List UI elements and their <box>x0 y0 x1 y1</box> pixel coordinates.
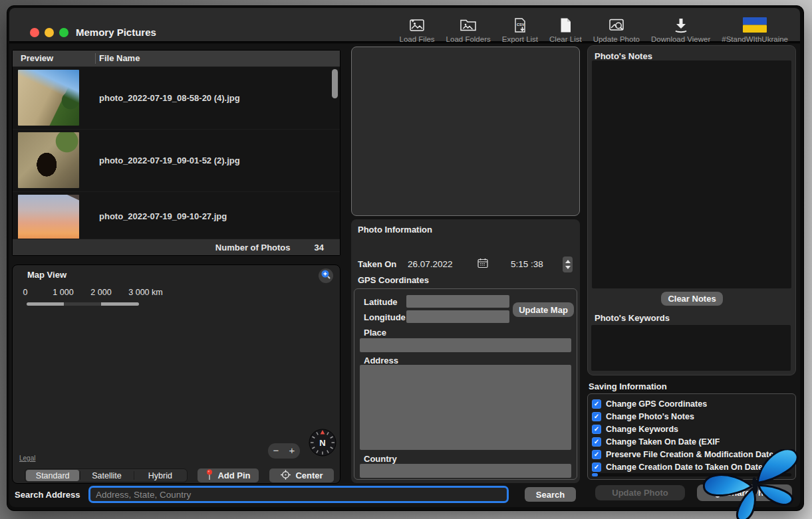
map-mode-satellite[interactable]: Satellite <box>80 469 133 482</box>
photo-thumbnail <box>18 195 79 241</box>
checkbox-row[interactable]: Change Creation Date to Taken On Date <box>592 462 793 472</box>
checkbox-row[interactable]: Change Taken On Date (EXIF <box>592 437 793 447</box>
table-footer: Number of Photos 34 <box>13 239 340 255</box>
column-separator[interactable] <box>95 53 96 64</box>
file-name: photo_2022-07-19_08-58-20 (4).jpg <box>99 93 240 103</box>
checkbox-label: Change Taken On Date (EXIF <box>606 437 720 447</box>
compass-north-letter: N <box>319 438 325 448</box>
magnifier-plus-icon <box>320 268 332 283</box>
zoom-window-button[interactable] <box>59 28 68 37</box>
stepper-up-icon <box>565 260 571 263</box>
toolbar-stand-with-ukraine[interactable]: #StandWIthUkraine <box>722 17 788 43</box>
minimize-button[interactable] <box>45 28 54 37</box>
update-photo-button[interactable]: Update Photo <box>595 485 685 500</box>
toolbar-load-folders[interactable]: Load Folders <box>446 17 491 43</box>
photo-list-panel: Preview File Name photo_2022-07-19_08-58… <box>12 50 340 256</box>
column-header-preview[interactable]: Preview <box>21 53 53 63</box>
zoom-in-button[interactable]: + <box>284 443 300 459</box>
checkbox-checked-icon[interactable] <box>592 425 601 434</box>
pin-icon <box>205 469 213 482</box>
map-zoom-controls: − + <box>268 443 300 459</box>
window-title: Memory Pictures <box>76 27 156 38</box>
table-row[interactable]: photo_2022-07-19_09-10-27.jpg <box>13 191 340 241</box>
latitude-label: Latitude <box>364 297 398 307</box>
desktop: Memory Pictures Load Files <box>0 0 812 519</box>
photo-information-panel: Photo Information Taken On 26.07.2022 5:… <box>351 219 580 483</box>
stepper-down-icon <box>565 266 571 269</box>
add-pin-button[interactable]: Add Pin <box>198 468 259 482</box>
toolbar: Load Files Load Folders CSV <box>400 17 788 43</box>
notes-panel: Photo's Notes Clear Notes Photo's Keywor… <box>587 45 796 375</box>
toolbar-label: #StandWIthUkraine <box>722 35 788 43</box>
export-list-icon: CSV <box>512 17 528 33</box>
checkbox-checked-icon[interactable] <box>592 463 601 472</box>
search-address-input[interactable] <box>88 486 509 503</box>
checkbox-row[interactable]: Change GPS Coordinates <box>592 399 793 409</box>
search-address-label: Search Address <box>15 490 80 500</box>
map-mode-hybrid[interactable]: Hybrid <box>134 469 187 482</box>
latitude-field[interactable] <box>406 295 509 308</box>
checkbox-checked-icon[interactable] <box>592 399 601 409</box>
table-row[interactable]: photo_2022-07-19_09-01-52 (2).jpg <box>13 129 340 192</box>
scrollbar-thumb[interactable] <box>592 473 598 476</box>
keywords-textarea[interactable] <box>591 325 791 371</box>
map-zoom-in-button[interactable] <box>319 268 333 283</box>
table-scrollbar[interactable] <box>332 69 338 98</box>
legal-link[interactable]: Legal <box>19 455 35 462</box>
calendar-icon[interactable] <box>477 258 488 271</box>
address-field[interactable] <box>360 365 571 450</box>
table-row[interactable]: photo_2022-07-19_08-58-20 (4).jpg <box>13 66 340 130</box>
search-button[interactable]: Search <box>525 487 576 502</box>
checkbox-row[interactable]: Preserve File Creation & Modification Da… <box>592 449 793 460</box>
saving-information-title: Saving Information <box>589 381 667 391</box>
clear-notes-button[interactable]: Clear Notes <box>661 292 723 306</box>
toolbar-label: Export List <box>502 35 538 43</box>
toolbar-label: Clear List <box>549 35 582 43</box>
column-header-file-name[interactable]: File Name <box>99 53 140 63</box>
photo-preview-area <box>351 47 580 216</box>
toolbar-label: Load Folders <box>446 35 491 43</box>
time-stepper[interactable] <box>563 257 573 272</box>
country-field[interactable] <box>360 464 571 478</box>
file-name: photo_2022-07-19_09-01-52 (2).jpg <box>99 156 240 165</box>
toolbar-load-files[interactable]: Load Files <box>400 17 435 43</box>
file-name: photo_2022-07-19_09-10-27.jpg <box>99 211 227 221</box>
notes-textarea[interactable] <box>592 60 791 288</box>
toolbar-clear-list[interactable]: Clear List <box>549 17 582 43</box>
map-scale-bar <box>27 302 139 306</box>
place-field[interactable] <box>360 338 571 352</box>
share-photos-button[interactable]: Share Photos <box>697 484 792 501</box>
map-mode-standard[interactable]: Standard <box>26 470 79 481</box>
checkbox-label: Change GPS Coordinates <box>606 399 707 409</box>
photo-information-title: Photo Information <box>358 225 432 235</box>
share-photos-label: Share Photos <box>726 488 782 498</box>
checkbox-checked-icon[interactable] <box>592 450 601 459</box>
map-compass[interactable]: N <box>308 428 337 457</box>
checkbox-checked-icon[interactable] <box>592 437 601 447</box>
table-header: Preview File Name <box>13 51 340 67</box>
checkbox-checked-icon[interactable] <box>592 412 601 421</box>
checkbox-row[interactable]: Change Photo's Notes <box>592 411 793 422</box>
longitude-field[interactable] <box>406 310 509 323</box>
saving-horizontal-scrollbar[interactable] <box>592 473 791 476</box>
place-label: Place <box>364 328 386 338</box>
map-mode-segmented-control: Standard Satellite Hybrid <box>25 468 188 482</box>
map-scale-tick: 1 000 <box>53 288 73 297</box>
map-scale-tick: 2 000 <box>90 288 111 297</box>
toolbar-label: Download Viewer <box>651 35 710 43</box>
download-viewer-icon <box>672 17 690 33</box>
update-map-button[interactable]: Update Map <box>513 302 574 317</box>
photo-thumbnail <box>18 70 79 126</box>
toolbar-export-list[interactable]: CSV Export List <box>502 17 538 43</box>
checkbox-row[interactable]: Change Keywords <box>592 424 793 435</box>
taken-on-time-value[interactable]: 5:15 :38 <box>511 259 543 269</box>
gps-coordinates-title: GPS Coordinates <box>358 275 429 285</box>
toolbar-update-photo[interactable]: Update Photo <box>593 17 640 43</box>
taken-on-date-value[interactable]: 26.07.2022 <box>408 259 453 269</box>
zoom-out-button[interactable]: − <box>268 443 284 459</box>
table-body: photo_2022-07-19_08-58-20 (4).jpg photo_… <box>13 66 340 241</box>
close-button[interactable] <box>30 28 39 37</box>
country-label: Country <box>364 454 397 464</box>
center-button[interactable]: Center <box>269 468 334 482</box>
toolbar-download-viewer[interactable]: Download Viewer <box>651 17 710 43</box>
